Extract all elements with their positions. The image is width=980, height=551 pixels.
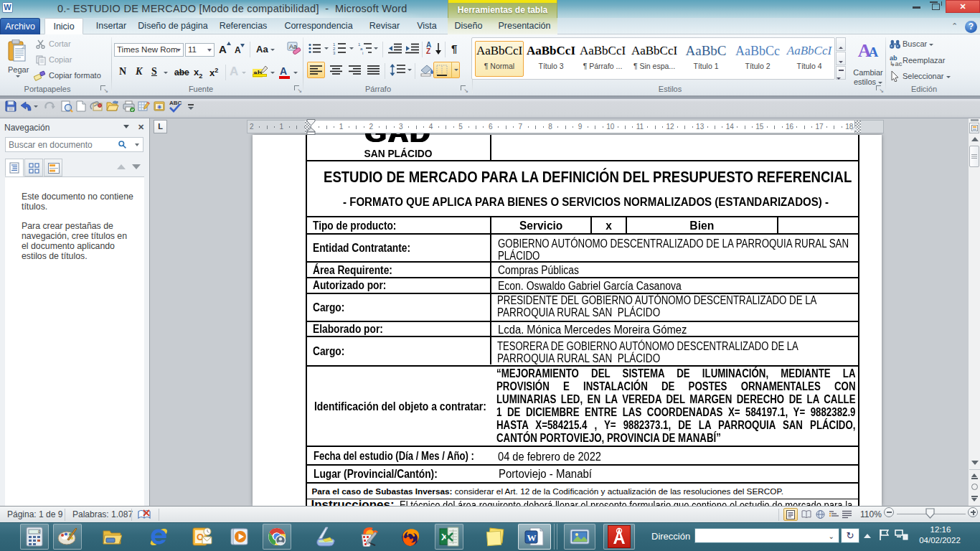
svg-text:3: 3 xyxy=(333,51,336,55)
svg-text:X: X xyxy=(441,532,448,542)
svg-text:i: i xyxy=(362,51,363,55)
svg-text:✳: ✳ xyxy=(157,104,162,110)
svg-text:W: W xyxy=(527,532,537,543)
svg-text:0: 0 xyxy=(38,530,40,534)
